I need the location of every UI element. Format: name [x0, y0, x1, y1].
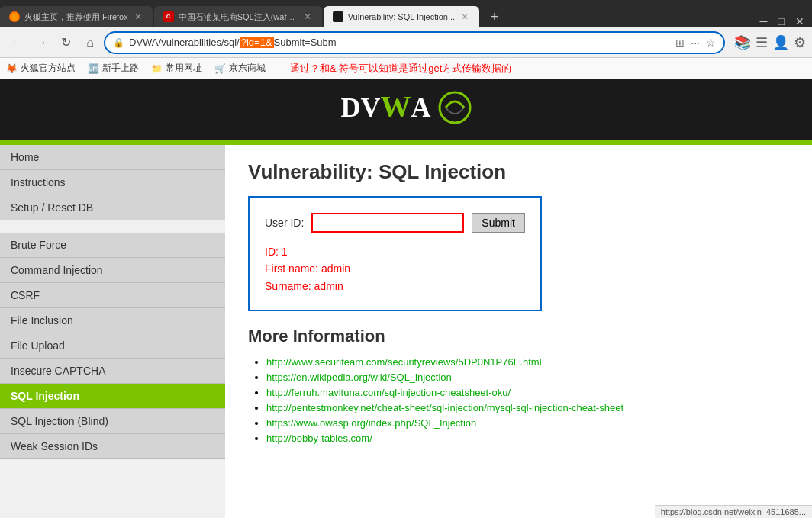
maximize-button[interactable]: □ [778, 15, 785, 27]
list-item: https://www.owasp.org/index.php/SQL_Inje… [266, 417, 789, 429]
status-bar: https://blog.csdn.net/weixin_4511685... [655, 505, 812, 518]
page-title: Vulnerability: SQL Injection [248, 160, 789, 184]
main-layout: Home Instructions Setup / Reset DB Brute… [0, 145, 812, 518]
qr-icon[interactable]: ⊞ [675, 37, 685, 49]
sidebar-item-command-injection[interactable]: Command Injection [0, 258, 225, 283]
address-before: DVWA/vulnerabilities/sql/ [129, 37, 240, 48]
bookmark-common[interactable]: 📁 常用网址 [151, 62, 202, 75]
tab-close-csdn[interactable]: ✕ [302, 10, 313, 24]
csdn-icon: C [163, 11, 174, 22]
address-text: DVWA/vulnerabilities/sql/?id=1&Submit=Su… [129, 37, 671, 48]
result-surname: Surname: admin [265, 278, 525, 294]
result-id: ID: 1 [265, 243, 525, 260]
home-button[interactable]: ⌂ [79, 32, 101, 53]
account-icon[interactable]: 👤 [772, 34, 789, 51]
status-text: https://blog.csdn.net/weixin_4511685... [661, 507, 806, 516]
dvwa-header: DVWA [0, 79, 812, 140]
address-bar-icons: ⊞ ··· ☆ [675, 37, 716, 49]
tab-close-firefox[interactable]: ✕ [133, 10, 143, 24]
link-bobby-tables[interactable]: http://bobby-tables.com/ [266, 433, 372, 444]
link-mavituna[interactable]: http://ferruh.mavituna.com/sql-injection… [266, 387, 511, 398]
tab-bar: 火狐主页，推荐使用 Firefox ✕ C 中国石油某电商SQL注入(waf绕过… [0, 0, 812, 27]
extensions-icon[interactable]: ⚙ [794, 34, 806, 51]
more-icon[interactable]: ··· [691, 37, 700, 49]
link-wikipedia[interactable]: https://en.wikipedia.org/wiki/SQL_inject… [266, 372, 452, 383]
sidebar-item-home[interactable]: Home [0, 145, 225, 170]
tab-close-dvwa[interactable]: ✕ [459, 10, 470, 24]
back-button[interactable]: ← [6, 32, 27, 53]
link-list: http://www.securiteam.com/securityreview… [248, 356, 789, 444]
tab-title-firefox: 火狐主页，推荐使用 Firefox [24, 11, 128, 23]
form-row: User ID: Submit [265, 213, 525, 233]
address-after: Submit=Subm [274, 37, 337, 48]
address-highlight: ?id=1& [240, 37, 274, 48]
chinese-notice: 通过？和& 符号可以知道是通过get方式传输数据的 [290, 62, 511, 76]
new-tab-button[interactable]: + [484, 6, 505, 27]
dvwa-logo-accent: W [380, 89, 411, 124]
tab-dvwa[interactable]: Vulnerability: SQL Injection... ✕ [324, 6, 479, 27]
bookmark-firefox[interactable]: 🦊 火狐官方站点 [6, 62, 76, 75]
nav-bar: ← → ↻ ⌂ 🔒 DVWA/vulnerabilities/sql/?id=1… [0, 27, 812, 58]
more-info-title: More Information [248, 327, 789, 346]
bookmark-jd[interactable]: 🛒 京东商城 [214, 62, 266, 75]
sidebar-item-brute-force[interactable]: Brute Force [0, 233, 225, 258]
sidebar-item-sql-injection[interactable]: SQL Injection [0, 384, 225, 409]
link-securiteam[interactable]: http://www.securiteam.com/securityreview… [266, 356, 542, 368]
close-window-button[interactable]: ✕ [795, 15, 804, 27]
list-item: https://en.wikipedia.org/wiki/SQL_inject… [266, 371, 789, 383]
list-item: http://ferruh.mavituna.com/sql-injection… [266, 386, 789, 398]
result-output: ID: 1 First name: admin Surname: admin [265, 243, 525, 294]
bookmark-newbie[interactable]: 🆙 新手上路 [88, 62, 139, 75]
result-firstname: First name: admin [265, 260, 525, 277]
collections-icon[interactable]: 📚 [734, 34, 751, 51]
firefox-icon [9, 11, 20, 22]
svg-point-0 [440, 92, 470, 123]
sidebar-item-sql-injection-blind[interactable]: SQL Injection (Blind) [0, 409, 225, 434]
tab-title-csdn: 中国石油某电商SQL注入(waf绕过 [179, 11, 298, 23]
tab-title-dvwa: Vulnerability: SQL Injection... [348, 12, 455, 21]
list-item: http://pentestmonkey.net/cheat-sheet/sql… [266, 401, 789, 413]
reload-button[interactable]: ↻ [55, 32, 76, 53]
bookmarks-bar: 🦊 火狐官方站点 🆙 新手上路 📁 常用网址 🛒 京东商城 通过？和& 符号可以… [0, 58, 812, 79]
user-id-label: User ID: [265, 217, 304, 229]
minimize-button[interactable]: ─ [760, 15, 768, 27]
dvwa-logo: DVWA [340, 88, 471, 130]
link-pentestmonkey[interactable]: http://pentestmonkey.net/cheat-sheet/sql… [266, 402, 624, 413]
link-owasp[interactable]: https://www.owasp.org/index.php/SQL_Inje… [266, 417, 476, 429]
address-bar[interactable]: 🔒 DVWA/vulnerabilities/sql/?id=1&Submit=… [104, 31, 725, 54]
sidebar-item-file-upload[interactable]: File Upload [0, 333, 225, 359]
list-item: http://www.securiteam.com/securityreview… [266, 356, 789, 368]
sidebar: Home Instructions Setup / Reset DB Brute… [0, 145, 225, 518]
sidebar-item-insecure-captcha[interactable]: Insecure CAPTCHA [0, 359, 225, 384]
dvwa-logo-swirl [438, 91, 472, 131]
sql-injection-form: User ID: Submit ID: 1 First name: admin … [248, 196, 542, 311]
content-area: Vulnerability: SQL Injection User ID: Su… [225, 145, 812, 518]
submit-button[interactable]: Submit [472, 213, 525, 233]
sidebar-item-instructions[interactable]: Instructions [0, 170, 225, 195]
tab-csdn[interactable]: C 中国石油某电商SQL注入(waf绕过 ✕ [154, 6, 322, 27]
tab-firefox[interactable]: 火狐主页，推荐使用 Firefox ✕ [0, 6, 153, 27]
user-id-input[interactable] [311, 213, 464, 233]
sidebar-gap [0, 220, 225, 233]
reader-view-icon[interactable]: ☰ [756, 34, 768, 51]
lock-icon: 🔒 [113, 37, 124, 48]
dvwa-tab-icon [333, 11, 343, 22]
sidebar-item-file-inclusion[interactable]: File Inclusion [0, 308, 225, 333]
sidebar-item-csrf[interactable]: CSRF [0, 283, 225, 308]
sidebar-item-setup[interactable]: Setup / Reset DB [0, 195, 225, 220]
dvwa-logo-text: DV [340, 92, 380, 123]
bookmark-icon[interactable]: ☆ [706, 37, 716, 49]
list-item: http://bobby-tables.com/ [266, 432, 789, 444]
sidebar-item-weak-session-ids[interactable]: Weak Session IDs [0, 434, 225, 459]
browser-extra-icons: 📚 ☰ 👤 ⚙ [728, 34, 806, 51]
browser-chrome: 火狐主页，推荐使用 Firefox ✕ C 中国石油某电商SQL注入(waf绕过… [0, 0, 812, 79]
forward-button[interactable]: → [31, 32, 52, 53]
